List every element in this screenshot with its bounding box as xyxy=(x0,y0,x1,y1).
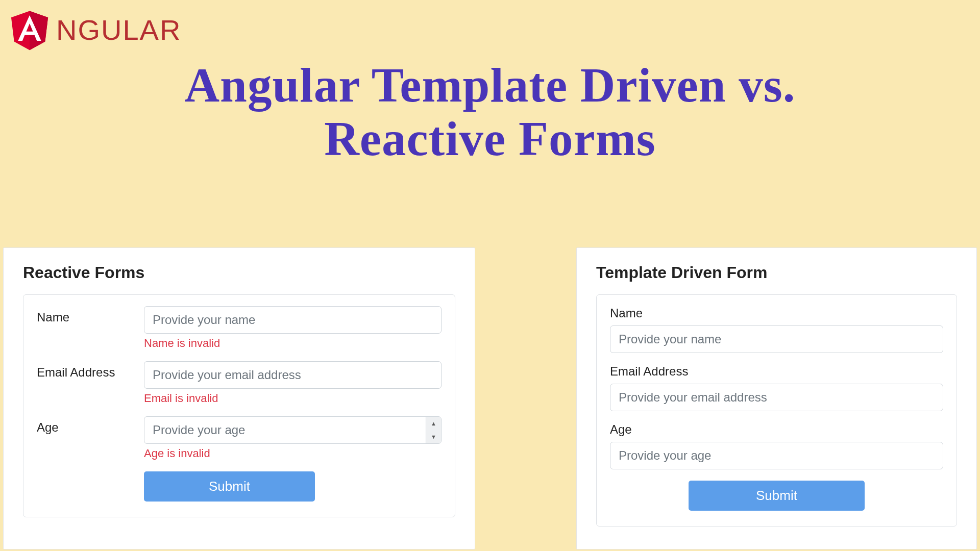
reactive-age-label: Age xyxy=(37,416,144,460)
spinner-down-icon[interactable]: ▼ xyxy=(426,430,441,443)
angular-shield-icon xyxy=(5,5,54,54)
template-age-label: Age xyxy=(610,422,943,437)
template-age-group: Age xyxy=(610,422,943,469)
reactive-name-input[interactable] xyxy=(144,306,442,334)
reactive-forms-panel: Reactive Forms Name Name is invalid Emai… xyxy=(3,247,475,549)
template-form-card: Name Email Address Age Submit xyxy=(596,294,957,527)
reactive-forms-card: Name Name is invalid Email Address Email… xyxy=(23,294,455,517)
template-email-label: Email Address xyxy=(610,364,943,379)
reactive-submit-row: Submit xyxy=(37,471,442,502)
svg-marker-1 xyxy=(30,11,48,51)
template-form-panel: Template Driven Form Name Email Address … xyxy=(576,247,977,549)
reactive-age-error: Age is invalid xyxy=(144,447,442,460)
reactive-email-row: Email Address Email is invalid xyxy=(37,361,442,405)
reactive-email-input[interactable] xyxy=(144,361,442,389)
reactive-name-label: Name xyxy=(37,306,144,350)
reactive-email-label: Email Address xyxy=(37,361,144,405)
reactive-age-input[interactable] xyxy=(144,416,442,444)
reactive-name-row: Name Name is invalid xyxy=(37,306,442,350)
template-name-group: Name xyxy=(610,306,943,353)
reactive-email-error: Email is invalid xyxy=(144,392,442,405)
reactive-name-error: Name is invalid xyxy=(144,337,442,350)
title-line-2: Reactive Forms xyxy=(324,112,656,166)
reactive-submit-button[interactable]: Submit xyxy=(144,471,315,502)
angular-logo: NGULAR xyxy=(5,5,181,54)
template-email-input[interactable] xyxy=(610,384,943,411)
template-name-input[interactable] xyxy=(610,325,943,353)
logo-text: NGULAR xyxy=(56,13,181,46)
template-name-label: Name xyxy=(610,306,943,320)
reactive-age-row: Age ▲ ▼ Age is invalid xyxy=(37,416,442,460)
reactive-forms-title: Reactive Forms xyxy=(23,263,455,282)
template-form-title: Template Driven Form xyxy=(596,263,957,282)
template-age-input[interactable] xyxy=(610,442,943,469)
number-spinner[interactable]: ▲ ▼ xyxy=(426,417,441,443)
title-line-1: Angular Template Driven vs. xyxy=(184,58,795,112)
template-email-group: Email Address xyxy=(610,364,943,411)
template-submit-button[interactable]: Submit xyxy=(689,481,865,511)
spinner-up-icon[interactable]: ▲ xyxy=(426,417,441,430)
